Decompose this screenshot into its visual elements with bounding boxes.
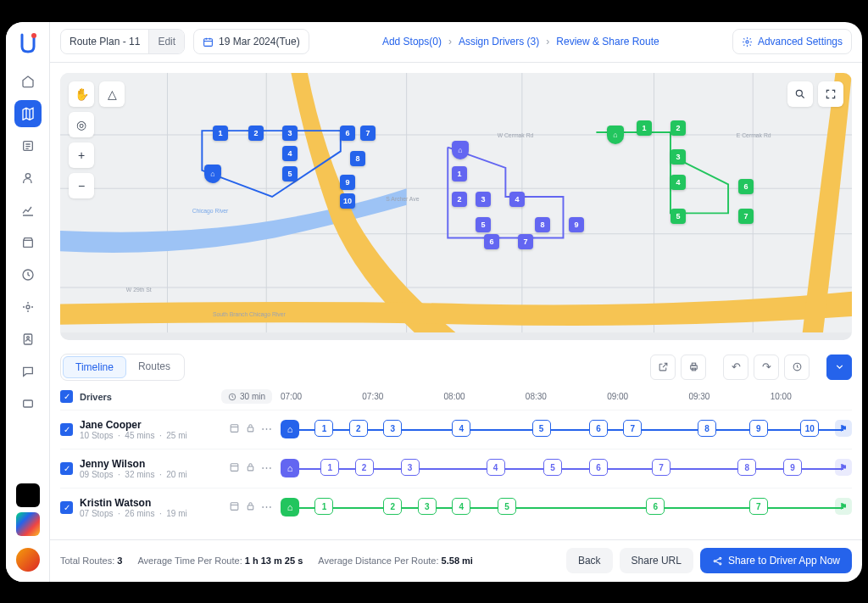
- share-to-app-button[interactable]: Share to Driver App Now: [700, 548, 852, 573]
- step-review[interactable]: Review & Share Route: [556, 36, 659, 47]
- timeline-stop[interactable]: 4: [452, 498, 470, 515]
- route-stop-marker[interactable]: 3: [282, 126, 298, 141]
- timeline-end-flag[interactable]: ⚑: [835, 459, 852, 476]
- apple-store-icon[interactable]: [16, 483, 40, 507]
- nav-home-icon[interactable]: [14, 68, 42, 95]
- route-stop-marker[interactable]: 6: [738, 179, 754, 194]
- route-stop-marker[interactable]: 10: [340, 193, 355, 209]
- nav-inbox-icon[interactable]: [14, 390, 42, 417]
- zoom-in-icon[interactable]: +: [69, 142, 94, 168]
- calendar-icon[interactable]: [229, 500, 240, 514]
- date-picker[interactable]: 19 Mar 2024(Tue): [193, 29, 309, 54]
- nav-analytics-icon[interactable]: [14, 197, 42, 224]
- timeline-stop[interactable]: 8: [698, 420, 716, 437]
- route-stop-marker[interactable]: 3: [670, 149, 686, 165]
- step-assign-drivers[interactable]: Assign Drivers (3): [459, 36, 539, 47]
- nav-store-icon[interactable]: [14, 229, 42, 256]
- route-stop-marker[interactable]: 4: [670, 175, 686, 190]
- nav-map-icon[interactable]: [14, 100, 42, 127]
- timeline-end-flag[interactable]: ⚑: [835, 498, 852, 515]
- open-external-icon[interactable]: [650, 355, 676, 380]
- timeline-stop[interactable]: 6: [589, 420, 608, 437]
- timeline-home-icon[interactable]: ⌂: [281, 459, 299, 477]
- route-stop-marker[interactable]: 4: [509, 192, 525, 207]
- edit-plan-button[interactable]: Edit: [148, 30, 184, 53]
- lock-icon[interactable]: [245, 422, 256, 436]
- driver-checkbox[interactable]: ✓: [60, 423, 73, 436]
- timeline-stop[interactable]: 9: [783, 459, 802, 476]
- timeline-stop[interactable]: 8: [737, 459, 756, 476]
- route-stop-marker[interactable]: 6: [340, 126, 355, 141]
- timeline-stop[interactable]: 7: [623, 420, 642, 437]
- route-stop-marker[interactable]: 2: [670, 120, 686, 136]
- timeline-stop[interactable]: 5: [532, 420, 551, 437]
- timeline-stop[interactable]: 3: [418, 498, 437, 515]
- calendar-icon[interactable]: [229, 422, 240, 436]
- timeline-stop[interactable]: 10: [800, 420, 819, 437]
- driver-timeline[interactable]: ⌂ 1234567 ⚑: [281, 497, 852, 517]
- advanced-settings-button[interactable]: Advanced Settings: [732, 29, 852, 54]
- nav-contact-icon[interactable]: [14, 326, 42, 353]
- timeline-stop[interactable]: 4: [487, 459, 505, 476]
- route-stop-marker[interactable]: 5: [670, 209, 686, 224]
- timeline-stop[interactable]: 7: [652, 459, 670, 476]
- nav-target-icon[interactable]: [14, 293, 42, 321]
- zoom-out-icon[interactable]: −: [69, 173, 94, 198]
- driver-checkbox[interactable]: ✓: [60, 501, 73, 514]
- step-add-stops[interactable]: Add Stops(0): [382, 36, 442, 47]
- play-store-icon[interactable]: [16, 512, 40, 536]
- driver-timeline[interactable]: ⌂ 12345678910 ⚑: [281, 419, 852, 439]
- timeline-home-icon[interactable]: ⌂: [281, 420, 299, 438]
- fullscreen-icon[interactable]: [818, 81, 843, 107]
- select-all-checkbox[interactable]: ✓: [60, 390, 73, 403]
- nav-list-icon[interactable]: [14, 132, 42, 159]
- locate-icon[interactable]: ◎: [69, 112, 94, 137]
- route-stop-marker[interactable]: 8: [350, 151, 365, 166]
- route-stop-marker[interactable]: 4: [282, 146, 298, 161]
- route-stop-marker[interactable]: 2: [452, 192, 467, 207]
- tab-timeline[interactable]: Timeline: [63, 356, 126, 378]
- undo-icon[interactable]: ↶: [723, 355, 748, 380]
- calendar-icon[interactable]: [229, 461, 240, 475]
- nav-user-icon[interactable]: [14, 165, 42, 192]
- user-avatar[interactable]: [16, 548, 40, 572]
- timeline-stop[interactable]: 6: [589, 459, 608, 476]
- driver-checkbox[interactable]: ✓: [60, 462, 73, 475]
- route-stop-marker[interactable]: 1: [213, 126, 228, 141]
- history-icon[interactable]: [784, 355, 810, 380]
- timeline-stop[interactable]: 7: [749, 498, 768, 515]
- route-stop-marker[interactable]: 6: [484, 234, 499, 249]
- expand-button[interactable]: [826, 355, 852, 380]
- route-stop-marker[interactable]: 7: [360, 126, 376, 141]
- more-icon[interactable]: ⋯: [261, 500, 272, 514]
- timeline-stop[interactable]: 3: [383, 420, 402, 437]
- timeline-stop[interactable]: 1: [314, 498, 333, 515]
- route-stop-marker[interactable]: 5: [282, 166, 298, 181]
- nav-history-icon[interactable]: [14, 261, 42, 288]
- timeline-stop[interactable]: 2: [383, 498, 402, 515]
- timeline-stop[interactable]: 5: [498, 498, 516, 515]
- route-stop-marker[interactable]: 1: [637, 120, 652, 136]
- tab-routes[interactable]: Routes: [126, 356, 182, 378]
- timeline-stop[interactable]: 1: [320, 459, 339, 476]
- redo-icon[interactable]: ↷: [754, 355, 779, 380]
- route-stop-marker[interactable]: 1: [452, 166, 467, 181]
- route-stop-marker[interactable]: 7: [518, 234, 533, 249]
- timeline-stop[interactable]: 4: [452, 420, 470, 437]
- route-stop-marker[interactable]: 8: [535, 217, 550, 232]
- timeline-end-flag[interactable]: ⚑: [835, 420, 852, 437]
- timeline-stop[interactable]: 2: [355, 459, 374, 476]
- print-icon[interactable]: [681, 355, 706, 380]
- back-button[interactable]: Back: [566, 548, 613, 573]
- more-icon[interactable]: ⋯: [261, 461, 272, 475]
- timeline-stop[interactable]: 2: [349, 420, 368, 437]
- route-stop-marker[interactable]: 9: [569, 217, 584, 232]
- timeline-stop[interactable]: 6: [646, 498, 665, 515]
- more-icon[interactable]: ⋯: [261, 422, 272, 436]
- route-home-marker[interactable]: ⌂: [204, 165, 221, 183]
- route-stop-marker[interactable]: 5: [476, 217, 491, 232]
- driver-timeline[interactable]: ⌂ 123456789 ⚑: [281, 458, 852, 478]
- route-stop-marker[interactable]: 2: [248, 126, 264, 141]
- route-plan-selector[interactable]: Route Plan - 11 Edit: [60, 29, 185, 54]
- route-stop-marker[interactable]: 3: [476, 192, 491, 207]
